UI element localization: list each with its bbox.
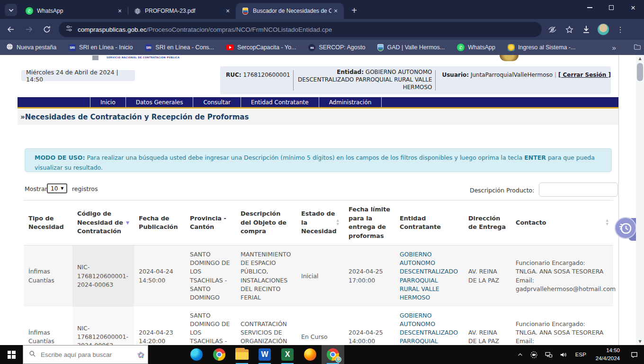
- scrollbar-thumb[interactable]: [637, 63, 643, 81]
- needs-table: Tipo de Necesidad Código de Necesidad de…: [24, 200, 613, 345]
- nav-datos-generales[interactable]: Datos Generales: [126, 97, 194, 107]
- nav-consultar[interactable]: Consultar: [193, 97, 241, 107]
- nav-entidad-contratante[interactable]: Entidad Contratante: [241, 97, 319, 107]
- globe-icon: [134, 7, 141, 15]
- close-window-button[interactable]: ×: [622, 0, 644, 15]
- header-direccion[interactable]: Dirección de Entrega: [464, 209, 511, 237]
- network-icon[interactable]: [541, 345, 556, 364]
- bookmark-sri-consultas[interactable]: SRI SRI en Línea - Cons...: [139, 44, 220, 51]
- tab-search-button[interactable]: [5, 4, 17, 16]
- scroll-down-icon[interactable]: ▼: [636, 338, 644, 345]
- header-fecha-publicacion[interactable]: Fecha de Publicación: [134, 209, 185, 237]
- volume-icon[interactable]: [556, 345, 571, 364]
- bookmark-nueva-pestana[interactable]: Nueva pestaña: [0, 43, 63, 52]
- gold-divider: [18, 107, 618, 109]
- tab-title: WhatsApp: [37, 8, 116, 14]
- reload-button[interactable]: [40, 22, 54, 36]
- all-bookmarks-button[interactable]: Todos los marcadores: [627, 44, 644, 52]
- cell-fecha-limite: 2024-04-25 14:00:00: [344, 307, 395, 345]
- taskbar-excel[interactable]: X: [276, 345, 299, 364]
- show-label: Mostrar: [25, 185, 47, 192]
- usage-note: MODO DE USO: Para realizar una búsqueda …: [25, 148, 612, 172]
- profile-avatar[interactable]: [596, 22, 611, 37]
- taskbar-chrome[interactable]: [208, 345, 231, 364]
- entidad-link[interactable]: GOBIERNO AUTONOMO DESCENTRALIZADO PARROQ…: [400, 250, 459, 302]
- search-highlight-flower-icon[interactable]: ✿: [137, 350, 144, 360]
- cell-entidad: GOBIERNO AUTONOMO DESCENTRALIZADO PARROQ…: [395, 246, 464, 307]
- header-provincia[interactable]: Provincia - Cantón: [185, 209, 236, 237]
- action-center-icon[interactable]: [625, 345, 644, 364]
- entity-label: Entidad:: [337, 69, 364, 75]
- eye-hidden-icon[interactable]: [545, 22, 560, 37]
- header-descripcion[interactable]: Descripción del Objeto de compra: [236, 205, 296, 241]
- bookmark-sercop-agosto[interactable]: m SERCOP: Agosto: [302, 44, 371, 51]
- menu-dots-icon[interactable]: ⋮: [613, 22, 628, 37]
- back-button[interactable]: [4, 22, 18, 36]
- close-icon[interactable]: ×: [116, 7, 124, 15]
- language-indicator[interactable]: ESP: [571, 345, 591, 364]
- folder-icon: [235, 349, 249, 360]
- page-size-select[interactable]: 10▼: [47, 183, 67, 193]
- header-tipo[interactable]: Tipo de Necesidad: [24, 209, 72, 237]
- cell-provincia: SANTO DOMINGO DE LOS TSACHILAS - SANTO D…: [185, 307, 236, 345]
- nav-inicio[interactable]: Inicio: [90, 97, 126, 107]
- tab-buscador-necesidades[interactable]: Buscador de Necesidades de Co ×: [236, 3, 344, 19]
- new-tab-button[interactable]: +: [348, 4, 361, 17]
- taskbar-word[interactable]: W: [253, 345, 276, 364]
- scroll-up-icon[interactable]: ▲: [636, 55, 644, 62]
- page-title: »Necesidades de Contratación y Recepción…: [18, 113, 249, 121]
- bookmark-sercopcapacita-youtube[interactable]: SercopCapacita - Yo...: [220, 44, 302, 51]
- bookmark-whatsapp[interactable]: ✆ WhatsApp: [451, 44, 501, 51]
- cell-entidad: GOBIERNO AUTONOMO DESCENTRALIZADO PARROQ…: [395, 307, 464, 345]
- gad-crest-icon: [377, 44, 384, 51]
- taskbar-search-input[interactable]: [41, 351, 133, 358]
- header-codigo[interactable]: Código de Necesidad de Contratación▼: [72, 205, 134, 241]
- product-filter-input[interactable]: [539, 182, 618, 197]
- sort-icons: ▲▼: [337, 219, 339, 226]
- start-button[interactable]: [0, 345, 23, 364]
- bookmark-ingreso-sistema[interactable]: Ingreso al Sistema -...: [501, 44, 582, 51]
- maximize-button[interactable]: [600, 0, 622, 15]
- address-bar[interactable]: compraspublicas.gob.ec/ProcesoContrataci…: [59, 22, 542, 37]
- close-icon[interactable]: ×: [331, 7, 340, 15]
- forward-button[interactable]: [22, 22, 36, 36]
- taskbar-edge[interactable]: [185, 345, 208, 364]
- taskbar-firefox[interactable]: [299, 345, 322, 364]
- taskbar-file-explorer[interactable]: [231, 345, 253, 364]
- records-label: registros: [72, 185, 98, 192]
- taskbar-clock[interactable]: 14:50 24/4/2024: [591, 346, 625, 362]
- profile-badge: [335, 356, 341, 363]
- timer-widget-button[interactable]: [615, 217, 636, 239]
- downloads-icon[interactable]: [579, 22, 594, 37]
- cell-descripcion: MANTENIMIENTO DE ESPACIO PÚBLICO, INSTAL…: [236, 246, 296, 307]
- tray-chevron-up-icon[interactable]: [514, 345, 527, 364]
- cell-tipo: Ínfimas Cuantías: [24, 246, 72, 307]
- page-container: SERVICIO NACIONAL DE CONTRATACIÓN PÚBLIC…: [18, 55, 619, 345]
- user-value: JuntaParroquialValleHermoso: [471, 72, 553, 78]
- taskbar-search[interactable]: ✿: [23, 345, 148, 364]
- cell-descripcion: CONTRATACIÓN SERVICIOS DE ORGANIZACIÓN D…: [236, 307, 296, 345]
- header-entidad[interactable]: Entidad Contratante: [395, 209, 464, 237]
- folder-icon: [634, 44, 641, 52]
- browser-titlebar: ✆ WhatsApp × PROFORMA-23.pdf × Buscador …: [0, 0, 644, 19]
- header-estado[interactable]: Estado de la Necesidad▲▼: [296, 205, 344, 241]
- browser-toolbar: compraspublicas.gob.ec/ProcesoContrataci…: [0, 19, 644, 40]
- tab-whatsapp[interactable]: ✆ WhatsApp ×: [20, 3, 128, 19]
- nav-administracion[interactable]: Administración: [319, 97, 382, 107]
- header-fecha-limite[interactable]: Fecha límite para la entrega de proforma…: [344, 200, 395, 245]
- taskbar-chrome-active[interactable]: [322, 345, 344, 364]
- tab-proforma-pdf[interactable]: PROFORMA-23.pdf ×: [128, 3, 236, 19]
- bookmark-gad-valle-hermoso[interactable]: GAD | Valle Hermos...: [371, 44, 451, 51]
- logout-link[interactable]: [ Cerrar Sesión ]: [558, 72, 611, 78]
- minimize-button[interactable]: [579, 0, 600, 15]
- close-icon[interactable]: ×: [224, 7, 232, 15]
- meet-now-icon[interactable]: [527, 345, 541, 364]
- sort-icons: ▲▼: [606, 219, 608, 226]
- entidad-link[interactable]: GOBIERNO AUTONOMO DESCENTRALIZADO PARROQ…: [400, 311, 459, 345]
- bookmark-star-icon[interactable]: [562, 22, 577, 37]
- header-contacto[interactable]: Contacto▲▼: [511, 214, 613, 232]
- bookmark-sri-inicio[interactable]: SRI SRI en Línea - Inicio: [63, 44, 139, 51]
- bookmarks-overflow-chevron[interactable]: »: [612, 44, 616, 52]
- page-scrollbar[interactable]: ▲ ▼: [636, 55, 644, 345]
- site-settings-icon[interactable]: [65, 25, 73, 34]
